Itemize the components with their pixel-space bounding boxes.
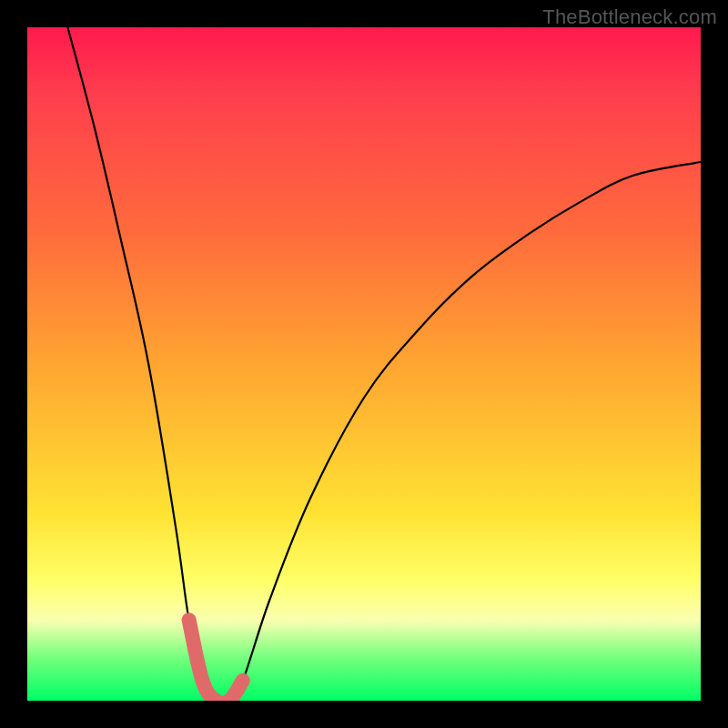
bottleneck-chart xyxy=(27,27,701,701)
highlight-valley-path xyxy=(189,620,243,701)
watermark-text: TheBottleneck.com xyxy=(542,5,717,29)
bottleneck-curve-path xyxy=(67,27,701,701)
